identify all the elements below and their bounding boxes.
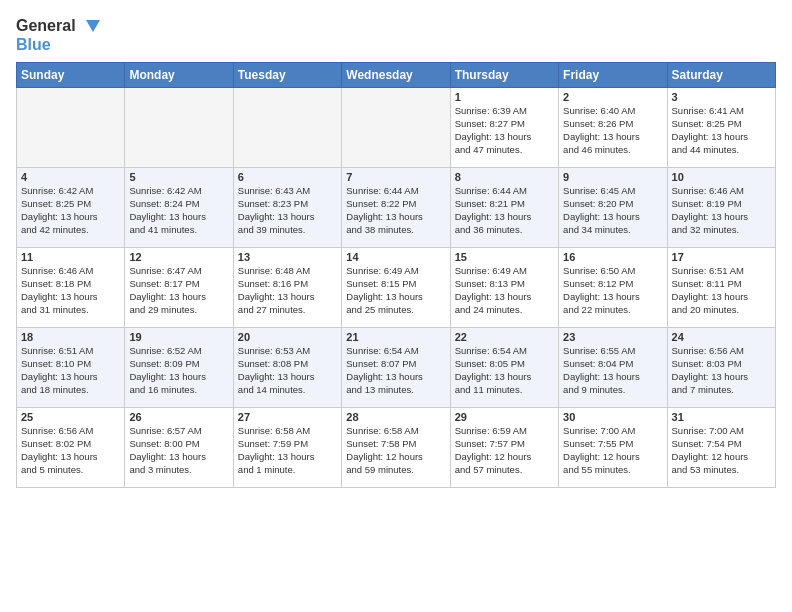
page-header: General Blue	[16, 16, 776, 54]
calendar-cell: 31Sunrise: 7:00 AM Sunset: 7:54 PM Dayli…	[667, 408, 775, 488]
day-number: 11	[21, 251, 120, 263]
calendar-cell	[342, 88, 450, 168]
day-info: Sunrise: 6:59 AM Sunset: 7:57 PM Dayligh…	[455, 425, 554, 476]
header-tuesday: Tuesday	[233, 63, 341, 88]
day-info: Sunrise: 7:00 AM Sunset: 7:55 PM Dayligh…	[563, 425, 662, 476]
day-info: Sunrise: 7:00 AM Sunset: 7:54 PM Dayligh…	[672, 425, 771, 476]
calendar-cell: 18Sunrise: 6:51 AM Sunset: 8:10 PM Dayli…	[17, 328, 125, 408]
day-number: 21	[346, 331, 445, 343]
day-info: Sunrise: 6:48 AM Sunset: 8:16 PM Dayligh…	[238, 265, 337, 316]
day-number: 13	[238, 251, 337, 263]
day-info: Sunrise: 6:55 AM Sunset: 8:04 PM Dayligh…	[563, 345, 662, 396]
calendar-cell: 30Sunrise: 7:00 AM Sunset: 7:55 PM Dayli…	[559, 408, 667, 488]
calendar-cell	[233, 88, 341, 168]
svg-marker-0	[86, 20, 100, 32]
calendar-cell: 12Sunrise: 6:47 AM Sunset: 8:17 PM Dayli…	[125, 248, 233, 328]
calendar-cell: 4Sunrise: 6:42 AM Sunset: 8:25 PM Daylig…	[17, 168, 125, 248]
day-info: Sunrise: 6:44 AM Sunset: 8:21 PM Dayligh…	[455, 185, 554, 236]
calendar-cell: 29Sunrise: 6:59 AM Sunset: 7:57 PM Dayli…	[450, 408, 558, 488]
day-info: Sunrise: 6:40 AM Sunset: 8:26 PM Dayligh…	[563, 105, 662, 156]
calendar-cell: 11Sunrise: 6:46 AM Sunset: 8:18 PM Dayli…	[17, 248, 125, 328]
day-info: Sunrise: 6:54 AM Sunset: 8:07 PM Dayligh…	[346, 345, 445, 396]
day-number: 15	[455, 251, 554, 263]
day-info: Sunrise: 6:44 AM Sunset: 8:22 PM Dayligh…	[346, 185, 445, 236]
day-info: Sunrise: 6:58 AM Sunset: 7:58 PM Dayligh…	[346, 425, 445, 476]
calendar-cell: 13Sunrise: 6:48 AM Sunset: 8:16 PM Dayli…	[233, 248, 341, 328]
calendar-cell: 3Sunrise: 6:41 AM Sunset: 8:25 PM Daylig…	[667, 88, 775, 168]
calendar-cell: 28Sunrise: 6:58 AM Sunset: 7:58 PM Dayli…	[342, 408, 450, 488]
day-info: Sunrise: 6:56 AM Sunset: 8:02 PM Dayligh…	[21, 425, 120, 476]
calendar-cell: 22Sunrise: 6:54 AM Sunset: 8:05 PM Dayli…	[450, 328, 558, 408]
calendar-week-2: 4Sunrise: 6:42 AM Sunset: 8:25 PM Daylig…	[17, 168, 776, 248]
day-number: 29	[455, 411, 554, 423]
day-number: 14	[346, 251, 445, 263]
logo-container: General Blue	[16, 16, 100, 54]
day-info: Sunrise: 6:42 AM Sunset: 8:25 PM Dayligh…	[21, 185, 120, 236]
day-info: Sunrise: 6:51 AM Sunset: 8:11 PM Dayligh…	[672, 265, 771, 316]
day-number: 20	[238, 331, 337, 343]
calendar-cell: 7Sunrise: 6:44 AM Sunset: 8:22 PM Daylig…	[342, 168, 450, 248]
day-info: Sunrise: 6:46 AM Sunset: 8:19 PM Dayligh…	[672, 185, 771, 236]
calendar-cell: 23Sunrise: 6:55 AM Sunset: 8:04 PM Dayli…	[559, 328, 667, 408]
day-info: Sunrise: 6:50 AM Sunset: 8:12 PM Dayligh…	[563, 265, 662, 316]
logo-bird-icon	[78, 18, 100, 34]
calendar-cell: 19Sunrise: 6:52 AM Sunset: 8:09 PM Dayli…	[125, 328, 233, 408]
day-info: Sunrise: 6:56 AM Sunset: 8:03 PM Dayligh…	[672, 345, 771, 396]
logo: General Blue	[16, 16, 100, 54]
day-number: 27	[238, 411, 337, 423]
calendar-week-5: 25Sunrise: 6:56 AM Sunset: 8:02 PM Dayli…	[17, 408, 776, 488]
calendar-cell: 8Sunrise: 6:44 AM Sunset: 8:21 PM Daylig…	[450, 168, 558, 248]
header-monday: Monday	[125, 63, 233, 88]
day-number: 2	[563, 91, 662, 103]
day-number: 9	[563, 171, 662, 183]
calendar-cell: 1Sunrise: 6:39 AM Sunset: 8:27 PM Daylig…	[450, 88, 558, 168]
calendar-cell: 15Sunrise: 6:49 AM Sunset: 8:13 PM Dayli…	[450, 248, 558, 328]
calendar-cell: 14Sunrise: 6:49 AM Sunset: 8:15 PM Dayli…	[342, 248, 450, 328]
day-number: 10	[672, 171, 771, 183]
calendar-week-4: 18Sunrise: 6:51 AM Sunset: 8:10 PM Dayli…	[17, 328, 776, 408]
day-number: 26	[129, 411, 228, 423]
day-info: Sunrise: 6:58 AM Sunset: 7:59 PM Dayligh…	[238, 425, 337, 476]
day-info: Sunrise: 6:49 AM Sunset: 8:15 PM Dayligh…	[346, 265, 445, 316]
logo-blue: Blue	[16, 35, 51, 54]
logo-general: General	[16, 16, 76, 35]
day-info: Sunrise: 6:43 AM Sunset: 8:23 PM Dayligh…	[238, 185, 337, 236]
day-info: Sunrise: 6:46 AM Sunset: 8:18 PM Dayligh…	[21, 265, 120, 316]
calendar-cell: 6Sunrise: 6:43 AM Sunset: 8:23 PM Daylig…	[233, 168, 341, 248]
day-info: Sunrise: 6:39 AM Sunset: 8:27 PM Dayligh…	[455, 105, 554, 156]
day-info: Sunrise: 6:51 AM Sunset: 8:10 PM Dayligh…	[21, 345, 120, 396]
day-info: Sunrise: 6:47 AM Sunset: 8:17 PM Dayligh…	[129, 265, 228, 316]
calendar-cell: 16Sunrise: 6:50 AM Sunset: 8:12 PM Dayli…	[559, 248, 667, 328]
day-number: 17	[672, 251, 771, 263]
day-info: Sunrise: 6:57 AM Sunset: 8:00 PM Dayligh…	[129, 425, 228, 476]
day-number: 8	[455, 171, 554, 183]
calendar-week-1: 1Sunrise: 6:39 AM Sunset: 8:27 PM Daylig…	[17, 88, 776, 168]
calendar-cell: 9Sunrise: 6:45 AM Sunset: 8:20 PM Daylig…	[559, 168, 667, 248]
day-info: Sunrise: 6:42 AM Sunset: 8:24 PM Dayligh…	[129, 185, 228, 236]
day-number: 7	[346, 171, 445, 183]
header-wednesday: Wednesday	[342, 63, 450, 88]
day-number: 12	[129, 251, 228, 263]
header-sunday: Sunday	[17, 63, 125, 88]
day-info: Sunrise: 6:52 AM Sunset: 8:09 PM Dayligh…	[129, 345, 228, 396]
day-number: 25	[21, 411, 120, 423]
day-number: 24	[672, 331, 771, 343]
header-saturday: Saturday	[667, 63, 775, 88]
day-number: 5	[129, 171, 228, 183]
day-number: 30	[563, 411, 662, 423]
calendar-cell: 27Sunrise: 6:58 AM Sunset: 7:59 PM Dayli…	[233, 408, 341, 488]
calendar-cell: 26Sunrise: 6:57 AM Sunset: 8:00 PM Dayli…	[125, 408, 233, 488]
calendar-cell: 21Sunrise: 6:54 AM Sunset: 8:07 PM Dayli…	[342, 328, 450, 408]
header-friday: Friday	[559, 63, 667, 88]
header-thursday: Thursday	[450, 63, 558, 88]
calendar-cell	[17, 88, 125, 168]
day-number: 31	[672, 411, 771, 423]
day-info: Sunrise: 6:53 AM Sunset: 8:08 PM Dayligh…	[238, 345, 337, 396]
calendar-cell: 10Sunrise: 6:46 AM Sunset: 8:19 PM Dayli…	[667, 168, 775, 248]
calendar-cell: 5Sunrise: 6:42 AM Sunset: 8:24 PM Daylig…	[125, 168, 233, 248]
day-info: Sunrise: 6:49 AM Sunset: 8:13 PM Dayligh…	[455, 265, 554, 316]
calendar-week-3: 11Sunrise: 6:46 AM Sunset: 8:18 PM Dayli…	[17, 248, 776, 328]
day-number: 3	[672, 91, 771, 103]
calendar-table: SundayMondayTuesdayWednesdayThursdayFrid…	[16, 62, 776, 488]
calendar-cell: 20Sunrise: 6:53 AM Sunset: 8:08 PM Dayli…	[233, 328, 341, 408]
